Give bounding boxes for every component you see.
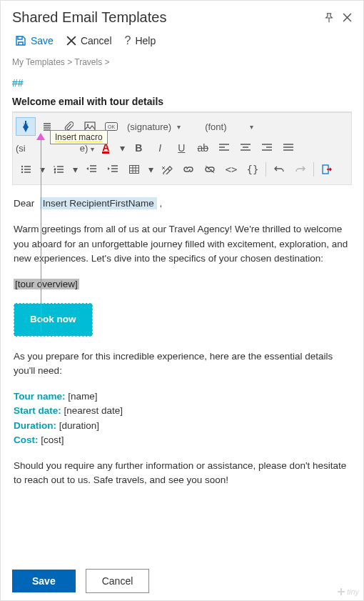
tour-overview-chip[interactable]: [tour overview] xyxy=(14,279,79,289)
clear-format-icon[interactable] xyxy=(157,160,177,179)
tour-overview-placeholder: [tour overview] xyxy=(14,277,350,292)
svg-rect-12 xyxy=(338,591,345,592)
breadcrumb-node[interactable]: Travels xyxy=(74,57,102,67)
title-bar: Shared Email Templates xyxy=(12,9,352,26)
toolbar-row-3: ▾ ▾ ▾ <> {} xyxy=(16,160,348,179)
tour-details: Tour name: [name] Start date: [nearest d… xyxy=(14,389,350,447)
signature-label: (signature) xyxy=(127,121,171,132)
recipient-chip[interactable]: Insert RecipientFirstName xyxy=(40,197,157,209)
greeting-line: Dear Insert RecipientFirstName , xyxy=(14,197,350,211)
action-bar: Save Cancel ? Help xyxy=(12,34,352,47)
insert-macro-button[interactable] xyxy=(16,117,36,136)
closing-paragraph: Should you require any further informati… xyxy=(14,459,350,488)
cancel-action[interactable]: Cancel xyxy=(66,35,112,46)
font-select[interactable]: (font) xyxy=(201,117,258,136)
greeting-prefix: Dear xyxy=(14,198,34,209)
save-icon xyxy=(15,35,26,46)
template-title: Welcome email with tour details xyxy=(12,96,352,112)
undo-icon[interactable] xyxy=(269,160,289,179)
close-icon[interactable] xyxy=(343,13,352,23)
title-controls xyxy=(324,13,352,23)
start-date-label: Start date: xyxy=(14,405,61,416)
cancel-button[interactable]: Cancel xyxy=(86,569,150,593)
chevron-down-icon[interactable]: ▾ xyxy=(117,139,127,157)
save-label: Save xyxy=(31,35,54,46)
align-center-icon[interactable] xyxy=(236,139,256,157)
underline-icon[interactable]: U xyxy=(171,139,191,157)
toolbar-separator xyxy=(313,162,314,177)
help-action[interactable]: ? Help xyxy=(125,34,156,47)
book-now-button[interactable]: Book now xyxy=(14,303,93,336)
toolbar-separator xyxy=(266,162,266,177)
annotation-arrow-head xyxy=(36,133,45,140)
duration-label: Duration: xyxy=(14,420,56,431)
save-button[interactable]: Save xyxy=(12,570,76,592)
table-icon[interactable] xyxy=(124,160,144,179)
svg-point-6 xyxy=(21,166,23,167)
font-label: (font) xyxy=(205,121,226,132)
cancel-label: Cancel xyxy=(81,35,112,46)
redo-icon[interactable] xyxy=(290,160,310,179)
duration-value: [duration] xyxy=(59,420,99,431)
numbered-list-icon[interactable] xyxy=(49,160,69,179)
help-label: Help xyxy=(135,35,156,46)
help-icon: ? xyxy=(125,34,131,47)
start-date-value: [nearest date] xyxy=(64,405,123,416)
unlink-icon[interactable] xyxy=(200,160,220,179)
chevron-down-icon[interactable]: ▾ xyxy=(146,160,156,179)
tag-row[interactable]: ## xyxy=(12,77,352,89)
cost-value: [cost] xyxy=(41,434,64,445)
indent-icon[interactable] xyxy=(103,160,123,179)
align-left-icon[interactable] xyxy=(214,139,234,157)
tour-name-label: Tour name: xyxy=(14,391,66,402)
svg-point-3 xyxy=(87,124,89,126)
outdent-icon[interactable] xyxy=(81,160,101,179)
save-action[interactable]: Save xyxy=(15,35,54,46)
chevron-down-icon[interactable]: ▾ xyxy=(37,160,47,179)
size-select-left[interactable]: (si xyxy=(16,143,26,154)
svg-rect-9 xyxy=(130,166,139,174)
greeting-suffix: , xyxy=(160,198,163,209)
align-right-icon[interactable] xyxy=(257,139,277,157)
tiny-logo: tiny xyxy=(338,587,359,596)
svg-point-8 xyxy=(21,172,23,173)
footer: Save Cancel xyxy=(12,569,352,593)
breadcrumb-root[interactable]: My Templates xyxy=(12,57,65,67)
window: Shared Email Templates Save Cancel ? Hel… xyxy=(0,0,364,601)
code-icon[interactable]: <> xyxy=(221,160,241,179)
bold-icon[interactable]: B xyxy=(128,139,148,157)
breadcrumb: My Templates > Travels > xyxy=(12,57,352,67)
editor-body[interactable]: Dear Insert RecipientFirstName , Warm gr… xyxy=(12,185,352,488)
editor-toolbar: OK (signature) (font) Insert macro (si e… xyxy=(12,112,352,185)
breadcrumb-sep: > xyxy=(67,57,72,67)
tiny-label: tiny xyxy=(347,587,359,596)
breadcrumb-sep: > xyxy=(105,57,110,67)
signature-select[interactable]: (signature) xyxy=(123,117,185,136)
braces-icon[interactable]: {} xyxy=(243,160,263,179)
svg-text:OK: OK xyxy=(108,124,115,129)
window-title: Shared Email Templates xyxy=(12,9,166,26)
prepare-paragraph: As you prepare for this incredible exper… xyxy=(14,349,350,379)
align-justify-icon[interactable] xyxy=(278,139,298,157)
annotation-arrow xyxy=(41,140,41,332)
tour-name-value: [name] xyxy=(68,391,97,402)
italic-icon[interactable]: I xyxy=(150,139,170,157)
pin-icon[interactable] xyxy=(324,13,334,23)
bullet-list-icon[interactable] xyxy=(16,160,36,179)
exit-icon[interactable] xyxy=(317,160,337,179)
svg-point-7 xyxy=(21,169,23,170)
intro-paragraph: Warm greetings from all of us at our Tra… xyxy=(14,222,350,266)
svg-rect-1 xyxy=(24,126,26,128)
cost-label: Cost: xyxy=(14,434,39,445)
insert-macro-tooltip: Insert macro xyxy=(50,130,108,144)
link-icon[interactable] xyxy=(178,160,198,179)
chevron-down-icon[interactable]: ▾ xyxy=(70,160,80,179)
cancel-icon xyxy=(66,36,76,46)
strikethrough-icon[interactable]: ab xyxy=(193,139,213,157)
